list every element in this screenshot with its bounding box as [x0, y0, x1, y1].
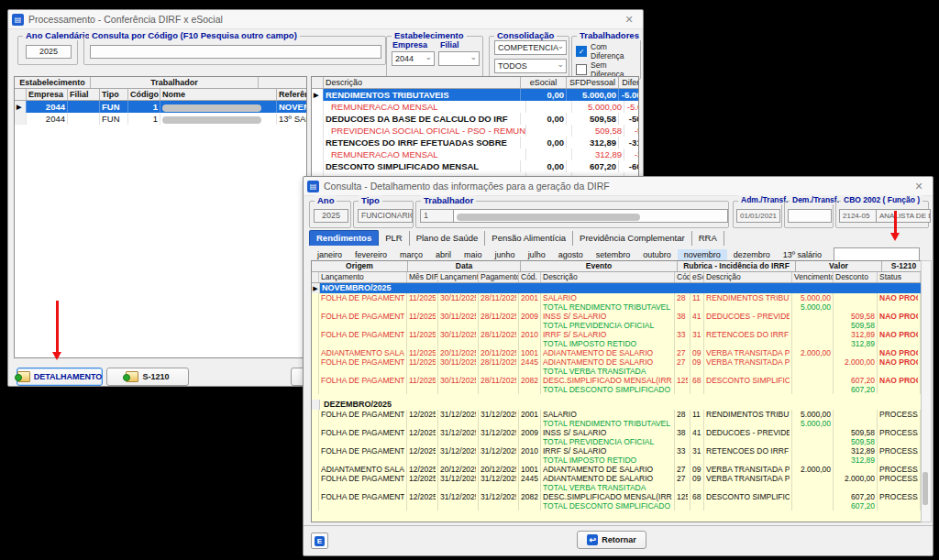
month-tab-dezembro[interactable]: dezembro [727, 249, 777, 260]
col-header-3: Pagamento [479, 272, 519, 282]
month-tab-maio[interactable]: maio [458, 249, 489, 260]
cell-evento-descricao: ADIANTAMENTO DE SALARIO [541, 465, 675, 474]
cell-rubrica-descricao: DEDUCOES - PREVIDENCIA [704, 312, 792, 330]
cell-lancamento-origem: FOLHA DE PAGAMENTO [319, 312, 407, 330]
redacted-name [162, 104, 261, 112]
cell-status: PROCESSAD [878, 492, 921, 511]
cell-rubrica-esocial: 31 [690, 330, 704, 348]
cell-descricao: DEDUCOES DA BASE DE CALCULO DO IRF [324, 113, 521, 125]
month-tab-outubro[interactable]: outubro [636, 249, 678, 260]
cell-rubrica-descricao: VERBA TRANSITADA PELA [704, 465, 792, 474]
cell-evento-descricao: IRRF S/ SALARIOTOTAL IMPOSTO RETIDO [541, 330, 675, 348]
month-tab-setembro[interactable]: setembro [590, 249, 637, 260]
table-row[interactable]: ▶RENDIMENTOS TRIBUTAVEIS0,005.000,00-5.0… [312, 89, 638, 101]
cell-rubrica-esocial: 11 [690, 410, 704, 428]
grid-row[interactable]: FOLHA DE PAGAMENTO12/202531/12/202531/12… [312, 410, 921, 428]
grid-row[interactable]: FOLHA DE PAGAMENTO12/202531/12/202531/12… [312, 446, 921, 465]
e-button[interactable]: E [311, 533, 328, 549]
cell-mes-dirf: 11/2025 [407, 293, 438, 312]
cell-vencimento: 5.000,005.000,00 [792, 293, 834, 312]
win1-title: Processamento - Conferência DIRF x eSoci… [28, 14, 223, 25]
table-row[interactable]: ▶2044FUN1NOVEMBRO [15, 101, 306, 113]
cell-mes-dirf: 11/2025 [407, 330, 438, 348]
tab-rra[interactable]: RRA [692, 231, 724, 246]
grid-row[interactable]: FOLHA DE PAGAMENTO11/202530/11/202528/11… [312, 312, 921, 330]
win1-titlebar[interactable]: ▤ Processamento - Conferência DIRF x eSo… [8, 10, 643, 29]
month-tab-fevereiro[interactable]: fevereiro [348, 249, 393, 260]
win2-close-icon[interactable]: ✕ [909, 181, 929, 192]
vertical-scrollbar[interactable] [921, 260, 932, 522]
cell-desconto: 607,20607,20 [834, 376, 878, 394]
grid-row[interactable]: FOLHA DE PAGAMENTO12/202531/12/202531/12… [312, 492, 921, 511]
cell-diferenca: -509,58 [619, 113, 639, 125]
cell-vencimento: 5.000,005.000,00 [792, 410, 834, 428]
group-header-row: OrigemDataEventoRubrica - Incidência do … [312, 261, 921, 272]
annotation-arrow-s1210 [894, 211, 897, 238]
win1-close-icon[interactable]: ✕ [619, 14, 639, 26]
col-header-9: Vencimento [792, 272, 834, 282]
trabalhador-group: Trabalhador 1 [415, 201, 729, 228]
table-row[interactable]: 2044FUN113º SALARIO [15, 113, 306, 125]
cell-data-pagamento: 20/11/2025 [479, 348, 519, 357]
table-row[interactable]: REMUNERACAO MENSAL5.000,00-5.000,00 [312, 101, 638, 113]
grid-row[interactable]: ADIANTAMENTO SALARIO12/202520/12/202520/… [312, 465, 921, 474]
retornar-button[interactable]: ↩ Retornar [577, 531, 646, 549]
table-row[interactable]: REMUNERACAO MENSAL312,89-312,89 [312, 148, 638, 160]
col-header-8: Descrição [704, 272, 792, 282]
tab-previd-ncia-complementar[interactable]: Previdência Complementar [573, 231, 692, 246]
cell-rubrica-esocial: 09 [690, 465, 704, 474]
cell-sfdpessoal: 5.000,00 [572, 101, 624, 113]
row-marker [312, 446, 319, 465]
consolidacao-select[interactable]: COMPETENCIA [494, 40, 567, 55]
ano-calendario-field[interactable]: 2025 [26, 45, 72, 59]
tab-plr[interactable]: PLR [379, 231, 409, 246]
grid-row[interactable]: FOLHA DE PAGAMENTO12/202531/12/202531/12… [312, 474, 921, 492]
s1210-button[interactable]: S-1210 [106, 368, 189, 386]
grid-row[interactable]: FOLHA DE PAGAMENTO11/202530/11/202528/11… [312, 357, 921, 376]
section-header-row[interactable]: DEZEMBRO/2025 [312, 400, 921, 410]
grid-row[interactable]: FOLHA DE PAGAMENTO11/202530/11/202528/11… [312, 330, 921, 348]
grid-row[interactable]: FOLHA DE PAGAMENTO11/202530/11/202528/11… [312, 293, 921, 312]
section-header-row[interactable]: ▶NOVEMBRO/2025 [312, 283, 921, 293]
win2-title: Consulta - Detalhamento das informações … [324, 181, 610, 192]
filial-select[interactable] [438, 51, 480, 66]
cell-data-lancamento: 30/11/2025 [438, 293, 479, 312]
month-tab-junho[interactable]: junho [489, 249, 522, 260]
table-row[interactable]: PREVIDENCIA SOCIAL OFICIAL - PSO - REMUN… [312, 125, 638, 137]
month-tab-agosto[interactable]: agosto [552, 249, 590, 260]
month-tab-13-sal-rio[interactable]: 13º salário [777, 249, 828, 260]
tab-plano-de-sa-de[interactable]: Plano de Saúde [410, 231, 486, 246]
win2-titlebar[interactable]: ▤ Consulta - Detalhamento das informaçõe… [304, 177, 933, 196]
lancamentos-grid[interactable]: OrigemDataEventoRubrica - Incidência do … [311, 260, 922, 522]
detalhamento-button[interactable]: DETALHAMENTO [17, 368, 103, 386]
consulta-codigo-input[interactable] [90, 45, 381, 59]
tab-rendimentos[interactable]: Rendimentos [309, 230, 379, 246]
scrollbar-thumb[interactable] [922, 472, 928, 505]
cell-data-pagamento: 31/12/2025 [479, 446, 519, 465]
tab-pens-o-aliment-cia[interactable]: Pensão Alimentícia [485, 231, 573, 246]
com-diferenca-checkbox[interactable]: ✓ Com Diferença [576, 42, 640, 60]
table-row[interactable]: DEDUCOES DA BASE DE CALCULO DO IRF0,0050… [312, 113, 638, 125]
month-tab-julho[interactable]: julho [522, 249, 552, 260]
consolidacao-periodo-select[interactable]: TODOS [494, 59, 567, 73]
cell-evento-cod: 2082 [519, 492, 541, 511]
table-row[interactable]: RETENCOES DO IRRF EFETUADAS SOBRE0,00312… [312, 137, 638, 148]
grid-row[interactable]: ADIANTAMENTO SALARIO11/202520/11/202520/… [312, 348, 921, 357]
month-filter-box[interactable] [834, 247, 920, 261]
grid-row[interactable]: FOLHA DE PAGAMENTO11/202530/11/202528/11… [312, 376, 921, 394]
grid-row[interactable]: FOLHA DE PAGAMENTO12/202531/12/202531/12… [312, 428, 921, 446]
group-header-3: Rubrica - Incidência do IRRF [678, 261, 796, 271]
return-arrow-icon: ↩ [587, 534, 598, 545]
month-tab-novembro[interactable]: novembro [678, 249, 727, 260]
table-row[interactable]: DESCONTO SIMPLIFICADO MENSAL0,00607,20-6… [312, 160, 638, 172]
row-marker [312, 465, 319, 474]
cell-evento-descricao: DESC.SIMPLIFICADO MENSAL(IRRFTOTAL DESCO… [541, 376, 675, 394]
month-tab-mar-o[interactable]: março [393, 249, 429, 260]
estabelecimento-group: Estabelecimento Empresa Filial 2044 [386, 36, 483, 80]
empresa-select[interactable]: 2044 [392, 51, 435, 66]
group-header-blank [259, 77, 307, 88]
cell-evento-cod: 2001 [519, 410, 541, 428]
month-tab-janeiro[interactable]: janeiro [311, 249, 348, 260]
cell-rubrica-cod: 125 [675, 492, 690, 511]
month-tab-abril[interactable]: abril [429, 249, 458, 260]
